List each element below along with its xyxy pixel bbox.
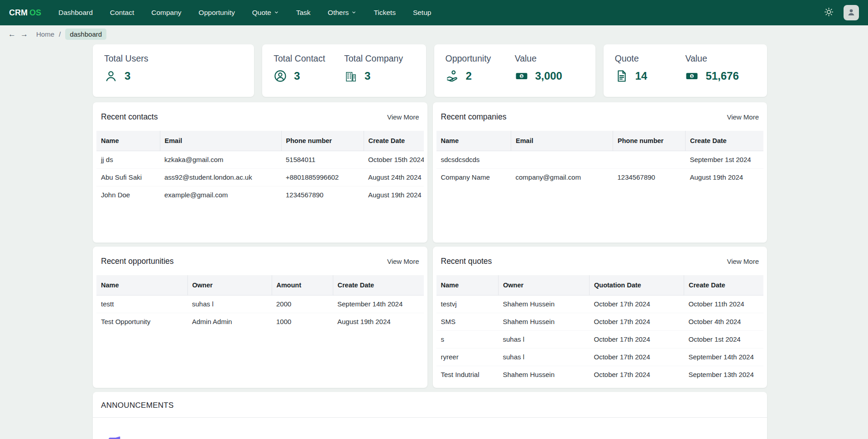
stat-group-quote-value: Value $ 51,676 [685,53,756,88]
nav-label: Tickets [374,9,396,17]
table-cell: suhas l [499,348,590,366]
table-cell: 1000 [272,313,333,330]
content-inner: Total Users 3 Total Contact [0,43,774,439]
forward-arrow-icon[interactable]: → [20,30,28,38]
column-header: Name [436,275,499,295]
table-cell: Test Indutrial [436,366,499,383]
stat-value: 2 [466,70,472,82]
user-avatar-button[interactable] [844,5,859,20]
opportunities-table-scroll[interactable]: NameOwnerAmountCreate Datetesttsuhas l20… [96,275,424,330]
table-row[interactable]: John Doeexample@gmail.com1234567890Augus… [96,186,424,204]
view-more-link[interactable]: View More [727,113,759,121]
column-header: Phone number [281,131,364,151]
table-cell: 51584011 [281,151,364,168]
table-cell: testvj [436,295,499,313]
nav-label: Quote [252,9,271,17]
table-cell: sdcsdcsdcds [436,151,511,168]
column-header: Create Date [333,275,424,295]
column-header: Owner [187,275,272,295]
table-cell: Abu Sufi Saki [96,168,160,186]
nav-label: Task [296,9,311,17]
table-cell: +8801885996602 [281,168,364,186]
column-header: Phone number [613,131,686,151]
table-row[interactable]: Company Namecompany@gmail.com1234567890A… [436,168,764,186]
main-nav: Dashboard Contact Company Opportunity Qu… [58,9,824,17]
table-cell: s [436,330,499,348]
table-cell: 2000 [272,295,333,313]
chevron-down-icon [351,9,356,17]
table-row[interactable]: testtsuhas l2000September 14th 2024 [96,295,424,313]
nav-label: Setup [413,9,432,17]
nav-setup[interactable]: Setup [413,9,432,17]
contact-icon [273,69,287,83]
column-header: Email [160,131,281,151]
view-more-link[interactable]: View More [727,258,759,265]
table-cell: October 17th 2024 [590,295,684,313]
nav-others-dropdown[interactable]: Others [328,9,357,17]
table-cell: October 4th 2024 [684,313,764,330]
table-cell: ryreer [436,348,499,366]
table-row[interactable]: testvjShahem HusseinOctober 17th 2024Oct… [436,295,764,313]
nav-quote-dropdown[interactable]: Quote [252,9,279,17]
view-more-link[interactable]: View More [387,113,419,121]
back-arrow-icon[interactable]: ← [8,30,16,38]
money-icon: $ [515,69,528,83]
quotes-table-scroll[interactable]: NameOwnerQuotation DateCreate Datetestvj… [436,275,764,383]
table-cell: kzkaka@gmail.com [160,151,281,168]
companies-table-scroll[interactable]: NameEmailPhone numberCreate Datesdcsdcsd… [436,131,764,186]
recent-contacts-panel: Recent contacts View More NameEmailPhone… [93,102,427,243]
brand-crm: CRM [9,8,28,17]
nav-dashboard[interactable]: Dashboard [58,9,93,17]
brand-logo[interactable]: CRMOS [9,8,41,18]
nav-tickets[interactable]: Tickets [374,9,396,17]
stat-card-opportunity: Opportunity 2 Value [434,44,595,97]
nav-task[interactable]: Task [296,9,311,17]
table-cell: John Doe [96,186,160,204]
stat-group-opportunity: Opportunity 2 [446,53,515,88]
stat-value: 3 [125,70,130,82]
breadcrumb: ← → Home / dashboard [0,25,868,43]
column-header: Create Date [686,131,764,151]
table-row[interactable]: SMSShahem HusseinOctober 17th 2024Octobe… [436,313,764,330]
panel-title: Recent companies [441,112,507,122]
column-header: Quotation Date [590,275,684,295]
table-cell: Admin Admin [187,313,272,330]
table-cell: example@gmail.com [160,186,281,204]
table-row[interactable]: Test OpportunityAdmin Admin1000August 19… [96,313,424,330]
table-cell: October 11th 2024 [684,295,764,313]
theme-toggle-button[interactable] [824,7,834,18]
view-more-link[interactable]: View More [387,258,419,265]
table-row[interactable]: jj dskzkaka@gmail.com51584011October 15t… [96,151,424,168]
nav-opportunity[interactable]: Opportunity [199,9,235,17]
table-row[interactable]: Abu Sufi Sakiass92@student.london.ac.uk+… [96,168,424,186]
table-cell: August 19th 2024 [686,168,764,186]
breadcrumb-home[interactable]: Home [36,30,54,38]
navbar-right [824,5,859,20]
main-content-scroll[interactable]: Total Users 3 Total Contact [0,43,774,439]
table-cell: August 24th 2024 [364,168,424,186]
table-cell: 1234567890 [281,186,364,204]
nav-company[interactable]: Company [151,9,181,17]
nav-contact[interactable]: Contact [110,9,134,17]
table-cell: ass92@student.london.ac.uk [160,168,281,186]
table-row[interactable]: ssuhas lOctober 17th 2024October 1st 202… [436,330,764,348]
contacts-table-scroll[interactable]: NameEmailPhone numberCreate Datejj dskzk… [96,131,424,204]
table-row[interactable]: ryreersuhas lOctober 17th 2024September … [436,348,764,366]
table-cell: October 17th 2024 [590,366,684,383]
table-cell: Company Name [436,168,511,186]
stat-value: 3 [364,70,370,82]
stat-group-opportunity-value: Value $ 3,000 [515,53,584,88]
column-header: Name [436,131,511,151]
stat-label: Total Users [104,53,243,64]
table-row[interactable]: sdcsdcsdcdsSeptember 1st 2024 [436,151,764,168]
contacts-table: NameEmailPhone numberCreate Datejj dskzk… [96,131,424,204]
table-cell: September 14th 2024 [333,295,424,313]
recent-opportunities-panel: Recent opportunities View More NameOwner… [93,247,427,388]
column-header: Name [96,131,160,151]
stat-label: Total Contact [273,53,344,64]
stat-group-quote: Quote 14 [615,53,686,88]
opportunities-table: NameOwnerAmountCreate Datetesttsuhas l20… [96,275,424,330]
stat-value: 3,000 [535,70,562,82]
stat-group-total-contact: Total Contact 3 [273,53,344,88]
table-row[interactable]: Test IndutrialShahem HusseinOctober 17th… [436,366,764,383]
